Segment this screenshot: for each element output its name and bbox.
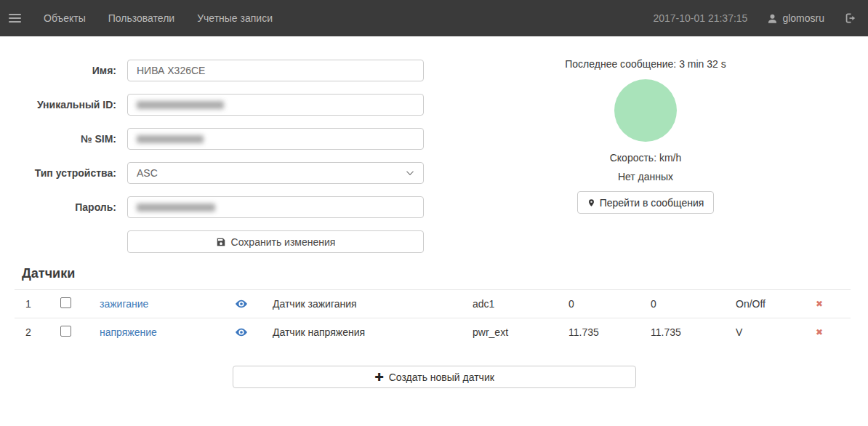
sensor-parameter: pwr_ext bbox=[473, 326, 568, 338]
sensor-checkbox-cell bbox=[49, 297, 89, 310]
sensor-visibility-toggle[interactable] bbox=[234, 300, 273, 308]
sensor-row-number: 2 bbox=[15, 326, 49, 338]
logout-button[interactable] bbox=[844, 12, 856, 24]
sensor-parameter: adc1 bbox=[473, 298, 568, 310]
save-button-label: Сохранить изменения bbox=[231, 236, 336, 248]
device-type-value: ASC bbox=[137, 167, 158, 179]
eye-icon bbox=[236, 300, 247, 308]
sensor-checkbox[interactable] bbox=[60, 297, 71, 308]
password-label: Пароль: bbox=[22, 201, 116, 213]
username-label: glomosru bbox=[782, 12, 824, 24]
object-edit-page: ОбъектыПользователиУчетные записи 2017-1… bbox=[0, 0, 868, 426]
sensor-checkbox[interactable] bbox=[60, 326, 71, 337]
sensors-title: Датчики bbox=[22, 264, 868, 283]
save-icon bbox=[216, 237, 226, 247]
navbar-left: ОбъектыПользователиУчетные записи bbox=[9, 12, 273, 25]
form-row-unique-id: Уникальный ID: bbox=[22, 94, 424, 116]
object-edit-form: Имя:НИВА X326CEУникальный ID:№ SIM:Тип у… bbox=[22, 60, 424, 253]
sensor-checkbox-cell bbox=[49, 326, 89, 339]
sensor-row-number: 1 bbox=[15, 298, 49, 310]
go-to-messages-button[interactable]: Перейти в сообщения bbox=[577, 191, 715, 214]
current-datetime: 2017-10-01 21:37:15 bbox=[653, 12, 747, 24]
sensor-value: 0 bbox=[568, 298, 651, 310]
sensor-delete-button[interactable]: ✖ bbox=[816, 327, 851, 337]
logout-icon bbox=[844, 12, 856, 24]
device-type-label: Тип устройства: bbox=[22, 167, 116, 179]
navbar-right: 2017-10-01 21:37:15 glomosru bbox=[653, 12, 856, 24]
save-changes-button[interactable]: Сохранить изменения bbox=[127, 230, 424, 253]
name-input[interactable]: НИВА X326CE bbox=[127, 60, 424, 81]
sensor-name-link[interactable]: напряжение bbox=[89, 326, 234, 338]
form-row-password: Пароль: bbox=[22, 196, 424, 218]
sensor-description: Датчик зажигания bbox=[273, 298, 473, 310]
map-marker-icon bbox=[587, 198, 595, 208]
sensor-row: 2напряжениеДатчик напряженияpwr_ext11.73… bbox=[15, 318, 851, 346]
sensors-table: 1зажиганиеДатчик зажиганияadc100On/Off✖2… bbox=[15, 289, 851, 346]
sensor-unit: V bbox=[736, 326, 816, 338]
name-label: Имя: bbox=[22, 65, 116, 76]
sim-redacted-value bbox=[137, 135, 204, 143]
unique-id-input[interactable] bbox=[127, 94, 424, 116]
sensor-value: 11.735 bbox=[568, 326, 651, 338]
sensor-row: 1зажиганиеДатчик зажиганияadc100On/Off✖ bbox=[15, 289, 851, 318]
sim-label: № SIM: bbox=[22, 133, 116, 145]
hamburger-menu-icon[interactable] bbox=[9, 14, 21, 23]
form-row-name: Имя:НИВА X326CE bbox=[22, 60, 424, 81]
no-data-text: Нет данных bbox=[554, 171, 737, 182]
form-row-device-type: Тип устройства:ASC bbox=[22, 162, 424, 184]
nav-item-accounts[interactable]: Учетные записи bbox=[197, 12, 273, 24]
sensor-visibility-toggle[interactable] bbox=[234, 328, 273, 337]
sensor-unit: On/Off bbox=[736, 298, 816, 310]
navbar-menu: ОбъектыПользователиУчетные записи bbox=[21, 12, 273, 25]
go-to-messages-label: Перейти в сообщения bbox=[600, 197, 704, 209]
plus-icon: ✚ bbox=[374, 371, 384, 384]
status-panel: Последнее сообщение: 3 min 32 s Скорость… bbox=[554, 58, 737, 214]
sensor-name-link[interactable]: зажигание bbox=[89, 298, 234, 310]
form-row-sim: № SIM: bbox=[22, 128, 424, 150]
name-value: НИВА X326CE bbox=[137, 65, 205, 76]
sensor-raw-value: 0 bbox=[651, 298, 736, 310]
user-icon bbox=[767, 13, 778, 24]
eye-icon bbox=[236, 328, 247, 337]
unique-id-redacted-value bbox=[137, 101, 224, 109]
create-sensor-button[interactable]: ✚ Создать новый датчик bbox=[233, 366, 636, 388]
create-sensor-label: Создать новый датчик bbox=[389, 371, 494, 383]
sensor-delete-button[interactable]: ✖ bbox=[816, 299, 851, 309]
user-menu[interactable]: glomosru bbox=[767, 12, 824, 24]
chevron-down-icon bbox=[406, 170, 414, 176]
sensor-raw-value: 11.735 bbox=[651, 326, 736, 338]
status-circle bbox=[614, 79, 677, 142]
unique-id-label: Уникальный ID: bbox=[22, 99, 116, 110]
password-input[interactable] bbox=[127, 196, 424, 218]
device-type-select[interactable]: ASC bbox=[127, 162, 424, 184]
last-message-text: Последнее сообщение: 3 min 32 s bbox=[554, 58, 737, 70]
top-navbar: ОбъектыПользователиУчетные записи 2017-1… bbox=[0, 0, 868, 36]
sensors-section: Датчики 1зажиганиеДатчик зажиганияadc100… bbox=[0, 264, 868, 388]
sim-input[interactable] bbox=[127, 128, 424, 150]
nav-item-users[interactable]: Пользователи bbox=[108, 12, 174, 24]
nav-item-objects[interactable]: Объекты bbox=[44, 12, 86, 24]
password-redacted-value bbox=[137, 204, 215, 212]
speed-text: Скорость: km/h bbox=[554, 152, 737, 164]
sensor-description: Датчик напряжения bbox=[273, 326, 473, 338]
